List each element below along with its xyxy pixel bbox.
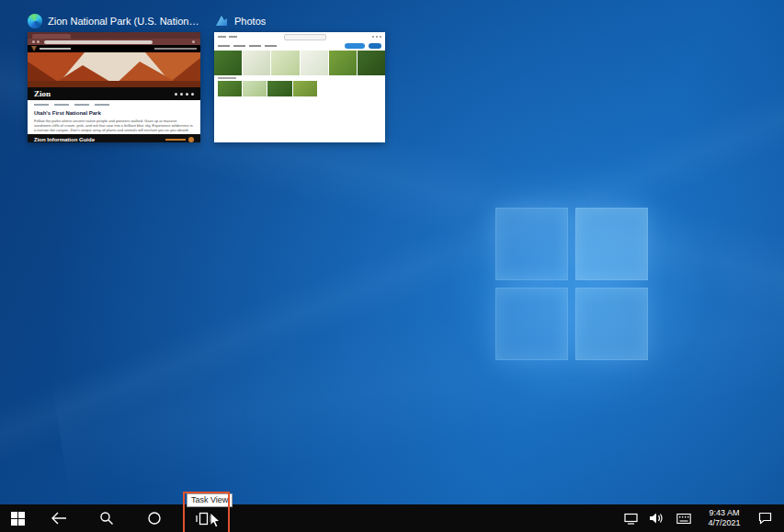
network-tray-button[interactable] <box>619 504 642 532</box>
zion-info-guide-label: Zion Information Guide <box>34 137 95 142</box>
window-title-bar: Zion National Park (U.S. National P… <box>28 13 200 29</box>
nps-header-links <box>154 48 197 50</box>
browser-nav-dot <box>32 40 35 43</box>
window-thumbnail-photos[interactable] <box>214 32 385 142</box>
photos-titlebar <box>214 32 385 41</box>
zion-info-guide-logo <box>165 137 194 142</box>
clock-date: 4/7/2021 <box>708 518 740 528</box>
search-button[interactable] <box>83 504 131 532</box>
windows-logo-icon <box>11 512 25 526</box>
photos-import-button <box>369 43 381 49</box>
system-tray: 9:43 AM 4/7/2021 <box>619 504 784 532</box>
window-title: Zion National Park (U.S. National P… <box>48 16 200 27</box>
photos-nav-tabs <box>214 41 385 51</box>
zion-site-nav <box>28 100 200 109</box>
photo-tile <box>267 81 291 96</box>
photos-grid-row <box>214 81 317 96</box>
photos-icon <box>214 14 229 28</box>
zion-site-logo: Zion <box>34 90 51 98</box>
clock-time: 9:43 AM <box>709 508 739 518</box>
touch-keyboard-tray-button[interactable] <box>670 504 698 532</box>
action-center-icon <box>758 512 772 525</box>
photo-tile <box>329 51 357 75</box>
task-view-icon <box>196 512 211 526</box>
desktop: Zion National Park (U.S. National P… <box>0 0 784 532</box>
windows-wallpaper-logo <box>495 208 648 360</box>
photo-tile <box>293 81 317 96</box>
nps-site-header <box>28 45 200 52</box>
browser-address-bar <box>28 39 200 45</box>
photos-new-video-button <box>345 43 365 49</box>
cortana-icon <box>147 511 162 526</box>
zion-page-body-text: Follow the paths where ancient native pe… <box>28 118 200 134</box>
photo-tile <box>271 51 299 75</box>
zion-canyon-photo <box>28 52 200 87</box>
photo-tile <box>243 81 267 96</box>
search-icon <box>99 511 114 526</box>
task-view-button[interactable] <box>178 504 228 532</box>
url-field <box>44 40 153 44</box>
task-view-tooltip: Task View <box>187 493 233 507</box>
windows-logo-pane <box>495 208 568 280</box>
photos-search-box <box>284 34 326 40</box>
browser-nav-dot <box>37 40 40 43</box>
back-button[interactable] <box>35 504 83 532</box>
photo-tile <box>218 81 242 96</box>
speaker-icon <box>649 512 664 525</box>
canyon-image <box>28 52 200 87</box>
nps-header-text <box>40 48 71 50</box>
photo-tile <box>358 51 385 75</box>
taskbar-clock[interactable]: 9:43 AM 4/7/2021 <box>698 504 751 532</box>
action-center-button[interactable] <box>751 504 778 532</box>
touch-keyboard-icon <box>676 513 691 525</box>
cortana-button[interactable] <box>131 504 178 532</box>
window-title-bar: Photos <box>214 13 385 29</box>
edge-icon <box>28 14 42 28</box>
window-title: Photos <box>234 16 266 27</box>
taskview-window-photos: Photos <box>214 13 385 142</box>
browser-tab-strip <box>28 32 200 39</box>
zion-site-banner: Zion <box>28 87 200 100</box>
browser-menu-dot <box>192 40 195 43</box>
windows-logo-pane <box>575 208 648 280</box>
left-arrow-icon <box>51 512 67 525</box>
social-icons <box>175 93 194 96</box>
windows-logo-pane <box>575 288 648 360</box>
photo-tile <box>243 51 270 75</box>
nps-arrowhead-icon <box>31 46 37 51</box>
photos-grid-row <box>214 51 385 75</box>
wallpaper-light-beam <box>51 232 784 504</box>
window-thumbnail-edge[interactable]: Zion Utah's First National Park Follow t… <box>28 32 200 142</box>
zion-info-guide-banner: Zion Information Guide <box>28 134 200 142</box>
photo-tile <box>301 51 328 75</box>
photos-window-controls <box>372 36 381 38</box>
start-button[interactable] <box>0 504 35 532</box>
volume-tray-button[interactable] <box>642 504 670 532</box>
taskbar: 9:43 AM 4/7/2021 <box>0 504 784 532</box>
photo-tile <box>214 51 242 75</box>
zion-page-heading: Utah's First National Park <box>28 109 200 118</box>
network-icon <box>624 513 638 525</box>
windows-logo-pane <box>495 288 568 360</box>
taskview-window-edge: Zion National Park (U.S. National P… <box>28 13 200 142</box>
